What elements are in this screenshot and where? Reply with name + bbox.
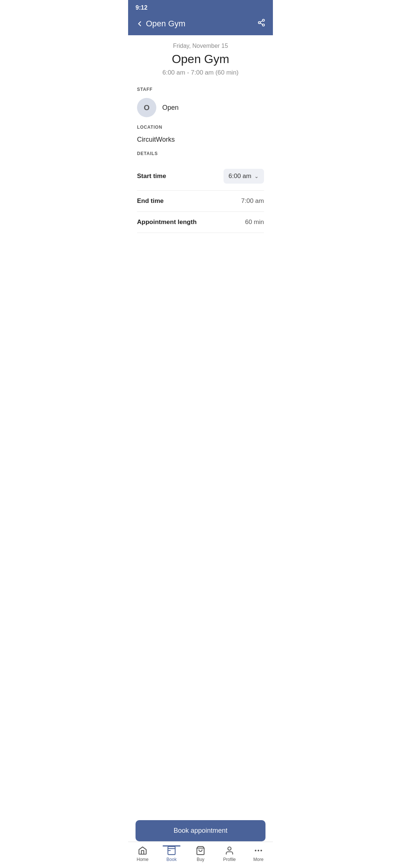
svg-line-4: [260, 21, 263, 22]
end-time-label: End time: [137, 197, 164, 205]
staff-avatar: O: [137, 98, 156, 117]
end-time-value: 7:00 am: [241, 197, 264, 205]
start-time-dropdown[interactable]: 6:00 am ⌄: [224, 169, 264, 184]
start-time-label: Start time: [137, 172, 166, 180]
staff-name: Open: [162, 104, 179, 112]
end-time-row: End time 7:00 am: [137, 191, 264, 212]
appointment-length-label: Appointment length: [137, 218, 197, 226]
svg-line-3: [260, 23, 263, 24]
status-bar: 9:12: [128, 0, 273, 14]
staff-row: O Open: [137, 98, 264, 117]
staff-initial: O: [144, 103, 150, 112]
app-header: Open Gym: [128, 14, 273, 35]
chevron-down-icon: ⌄: [254, 173, 259, 179]
main-content: Friday, November 15 Open Gym 6:00 am - 7…: [128, 35, 273, 285]
event-title: Open Gym: [137, 52, 264, 66]
appointment-length-row: Appointment length 60 min: [137, 212, 264, 233]
start-time-row: Start time 6:00 am ⌄: [137, 162, 264, 191]
back-button[interactable]: Open Gym: [136, 19, 185, 29]
start-time-value: 6:00 am: [229, 172, 251, 180]
location-section-label: LOCATION: [137, 125, 264, 130]
status-time: 9:12: [136, 4, 147, 11]
event-time: 6:00 am - 7:00 am (60 min): [137, 69, 264, 76]
share-button[interactable]: [257, 19, 265, 29]
appointment-length-value: 60 min: [245, 218, 264, 226]
event-date: Friday, November 15: [137, 43, 264, 49]
share-icon: [257, 19, 265, 27]
back-arrow-icon: [136, 20, 144, 28]
details-section-label: DETAILS: [137, 151, 264, 156]
staff-section-label: STAFF: [137, 87, 264, 92]
location-name: CircuitWorks: [137, 136, 264, 144]
header-title: Open Gym: [146, 19, 185, 29]
details-section: DETAILS Start time 6:00 am ⌄ End time 7:…: [137, 151, 264, 233]
